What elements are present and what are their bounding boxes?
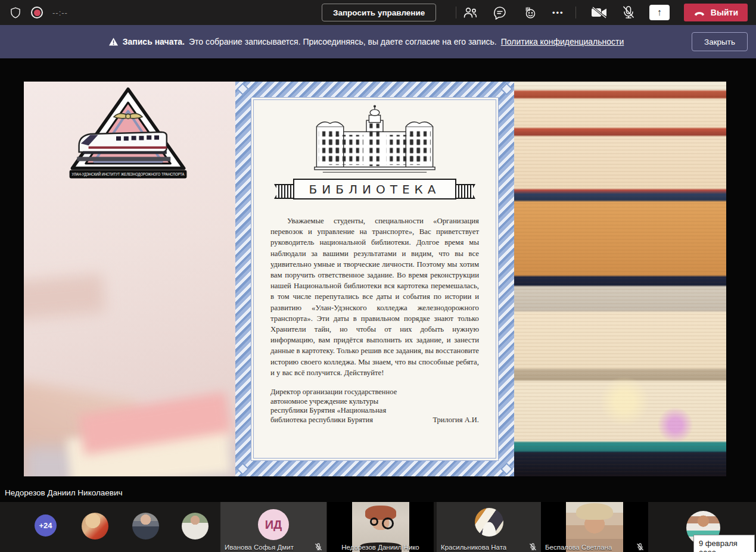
presenter-name-label: Недорезов Даниил Николаевич [5,488,123,497]
warning-icon [108,37,119,46]
recording-banner: Запись начата. Это собрание записывается… [0,25,756,58]
ribbon-right-flag [454,184,475,199]
meeting-toolbar: --:-- Запросить управление ••• ↑ [0,0,756,25]
share-screen-button[interactable]: ↑ [649,5,670,20]
recording-indicator-icon [31,7,43,18]
recording-banner-text: Запись начата. Это собрание записывается… [108,37,624,46]
mic-muted-icon [636,543,644,551]
certificate-signature-row: Директор организации государственное авт… [270,388,479,425]
certificate-inner: БИБЛИОТЕКА Уважаемые студенты, специальн… [253,99,496,459]
banner-title: Запись начата. [123,37,185,46]
participant-avatar[interactable] [182,513,209,539]
certificate-title: БИБЛИОТЕКА [293,179,456,199]
library-certificate: БИБЛИОТЕКА Уважаемые студенты, специальн… [235,82,514,476]
privacy-policy-link[interactable]: Политика конфиденциальности [501,37,624,46]
institute-train-logo: УЛАН-УДЭНСКИЙ ИНСТИТУТ ЖЕЛЕЗНОДОРОЖНОГО … [54,86,203,182]
participant-tile-krasilnikova[interactable]: Красильникова Ната [437,502,541,552]
reactions-icon[interactable] [522,5,537,20]
participant-tile-ivanova[interactable]: ИД Иванова Софья Дмит [220,502,326,552]
participant-name: Иванова Софья Дмит [225,544,294,551]
participant-name: Красильникова Ната [441,544,506,551]
certificate-letter-text: Уважаемые студенты, специальности «Орган… [270,216,479,378]
participants-icon[interactable] [462,5,478,20]
participants-filmstrip: +24 ИД Иванова Софья Дмит Недорезов Дани… [0,502,756,552]
certificate-corner-ornament [500,83,513,95]
date-tooltip: 9 февраля 2022 г. среда [693,535,755,552]
ribbon-left-flag [274,184,295,199]
banner-close-button[interactable]: Закрыть [692,32,748,51]
wings-emblem [114,114,142,119]
teams-meeting-window: --:-- Запросить управление ••• ↑ [0,0,756,552]
mic-muted-icon [529,543,537,551]
hangup-icon [693,10,705,16]
toolbar-right-group: ↑ Выйти [591,0,748,25]
toolbar-divider-2 [575,7,576,18]
library-building-drawing [300,105,449,177]
shared-content-stage: УЛАН-УДЭНСКИЙ ИНСТИТУТ ЖЕЛЕЗНОДОРОЖНОГО … [0,58,756,502]
initials-avatar: ИД [258,509,289,540]
toolbar-icon-group: ••• [462,0,564,25]
logo-caption: УЛАН-УДЭНСКИЙ ИНСТИТУТ ЖЕЛЕЗНОДОРОЖНОГО … [72,171,185,177]
chat-icon[interactable] [493,5,507,20]
library-title-ribbon: БИБЛИОТЕКА [276,179,473,202]
toolbar-divider [456,7,456,18]
participant-avatar[interactable] [132,513,159,539]
tooltip-date: 9 февраля 2022 г. [699,538,749,552]
shield-icon [10,6,21,19]
more-options-icon[interactable]: ••• [552,8,564,17]
stacked-books-photo [514,82,726,476]
participant-name: Недорезов Даниил Нико [341,544,419,551]
certificate-corner-ornament [500,463,513,475]
request-control-button[interactable]: Запросить управление [322,4,436,21]
certificate-corner-ornament [237,463,249,475]
overflow-participants-badge[interactable]: +24 [35,514,57,537]
participant-photo-avatar [475,508,503,537]
shared-slide: УЛАН-УДЭНСКИЙ ИНСТИТУТ ЖЕЛЕЗНОДОРОЖНОГО … [24,82,726,476]
mic-off-icon[interactable] [622,5,635,20]
mic-muted-icon [315,543,322,551]
blurred-book-shape [24,274,106,322]
meeting-timer: --:-- [52,8,68,17]
signature-name: Трилогия А.И. [433,416,479,425]
toolbar-left-group: --:-- [10,0,68,25]
signature-title: Директор организации государственное авт… [270,388,397,425]
leave-button-label: Выйти [711,8,738,17]
participant-avatar[interactable] [82,513,108,539]
camera-off-icon[interactable] [591,6,608,19]
participant-tile-nedorezov[interactable]: Недорезов Даниил Нико [327,502,434,552]
leave-button[interactable]: Выйти [684,4,748,21]
banner-message: Это собрание записывается. Присоединяясь… [189,37,497,46]
slide-left-panel: УЛАН-УДЭНСКИЙ ИНСТИТУТ ЖЕЛЕЗНОДОРОЖНОГО … [24,82,235,476]
participant-name: Беспалова Светлана [545,544,612,551]
certificate-corner-ornament [237,83,249,95]
participant-tile-bespalova[interactable]: Беспалова Светлана [541,502,648,552]
